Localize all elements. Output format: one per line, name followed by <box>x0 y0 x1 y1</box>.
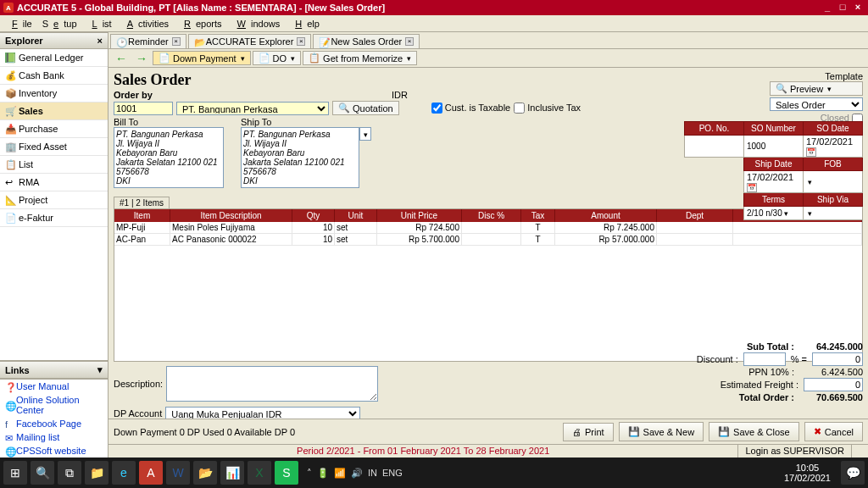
menu-windows[interactable]: Windows <box>227 17 286 30</box>
col-disc[interactable]: Disc % <box>462 209 521 222</box>
lang2[interactable]: ENG <box>382 468 403 478</box>
menu-file[interactable]: File <box>2 17 37 30</box>
menu-help[interactable]: Help <box>285 17 325 30</box>
col-tax[interactable]: Tax <box>521 209 555 222</box>
tab-explorer[interactable]: 📂ACCURATE Explorer× <box>188 34 312 48</box>
start-button[interactable]: ⊞ <box>3 461 27 485</box>
po-input[interactable] <box>685 136 744 158</box>
discount-input[interactable] <box>743 352 786 366</box>
template-select[interactable]: Sales Order <box>770 97 863 111</box>
shipto-box[interactable]: PT. Bangunan Perkasa Jl. Wijaya II Kebay… <box>241 127 359 188</box>
customer-name-select[interactable]: PT. Bangunan Perkasa <box>176 102 329 115</box>
nav-list[interactable]: 📋List <box>0 156 108 174</box>
close-button[interactable]: × <box>851 2 865 14</box>
tab-new-so[interactable]: 📝New Sales Order× <box>313 34 420 48</box>
minimize-button[interactable]: _ <box>821 2 834 14</box>
inclusive-check[interactable]: Inclusive Tax <box>514 103 581 114</box>
quotation-button[interactable]: 🔍Quotation <box>332 101 399 115</box>
calendar-icon[interactable]: 📅 <box>806 147 816 157</box>
edge-icon[interactable]: e <box>112 461 136 485</box>
link-mailing[interactable]: ✉Mailing list <box>0 430 108 444</box>
description-input[interactable] <box>166 366 378 402</box>
col-unit[interactable]: Unit <box>335 209 377 222</box>
nav-purchase[interactable]: 📥Purchase <box>0 120 108 138</box>
taskview-icon[interactable]: ⧉ <box>58 461 81 485</box>
folder-icon[interactable]: 📂 <box>193 461 217 485</box>
nav-inventory[interactable]: 📦Inventory <box>0 85 108 103</box>
word-icon[interactable]: W <box>166 461 190 485</box>
col-desc[interactable]: Item Description <box>170 209 292 222</box>
menu-activities[interactable]: Activities <box>117 17 174 30</box>
terms-select[interactable]: 2/10 n/30 <box>744 207 804 220</box>
accurate-icon[interactable]: A <box>139 461 163 485</box>
volume-icon[interactable]: 🔊 <box>351 468 363 479</box>
battery-icon[interactable]: 🔋 <box>317 468 329 479</box>
sodate-input[interactable]: 17/02/2021 📅 <box>804 136 863 158</box>
col-qty[interactable]: Qty <box>292 209 335 222</box>
customer-code-input[interactable] <box>114 102 173 115</box>
search-icon[interactable]: 🔍 <box>31 461 54 485</box>
nav-back-icon[interactable]: ← <box>112 52 131 65</box>
table-row[interactable]: MP-FujiMesin Poles Fujiyama10setRp 724.5… <box>114 222 862 234</box>
memorize-button[interactable]: 📋Get from Memorize <box>303 51 417 65</box>
nav-cash-bank[interactable]: 💰Cash Bank <box>0 67 108 85</box>
nav-fixed-asset[interactable]: 🏢Fixed Asset <box>0 138 108 156</box>
wifi-icon[interactable]: 📶 <box>334 468 346 479</box>
print-button[interactable]: 🖨Print <box>563 423 614 441</box>
system-tray[interactable]: ˄🔋📶🔊INENG <box>302 468 408 479</box>
shipdate-input[interactable]: 17/02/2021 📅 <box>744 171 804 193</box>
main-area: 🕑Reminder× 📂ACCURATE Explorer× 📝New Sale… <box>108 32 868 458</box>
link-cpssoft[interactable]: 🌐CPSSoft website <box>0 444 108 458</box>
nav-efaktur[interactable]: 📄e-Faktur <box>0 209 108 227</box>
tab-reminder[interactable]: 🕑Reminder× <box>110 34 186 48</box>
clock[interactable]: 10:0517/02/2021 <box>777 463 837 483</box>
sono-input[interactable]: 1000 <box>744 136 804 158</box>
shipvia-select[interactable] <box>804 207 863 220</box>
col-amount[interactable]: Amount <box>555 209 657 222</box>
notifications-icon[interactable]: 💬 <box>841 461 865 485</box>
tab-close-icon[interactable]: × <box>405 37 414 46</box>
links-collapse-icon[interactable]: ▾ <box>97 364 103 375</box>
shipto-dropdown-icon[interactable] <box>359 127 371 141</box>
tab-close-icon[interactable]: × <box>297 37 305 46</box>
taxable-check[interactable]: Cust. is Taxable <box>431 103 511 114</box>
explorer-close-icon[interactable]: × <box>97 36 103 46</box>
spotify-icon[interactable]: S <box>275 461 298 485</box>
calendar-icon[interactable]: 📅 <box>747 183 757 192</box>
fob-select[interactable] <box>804 171 863 193</box>
col-price[interactable]: Unit Price <box>377 209 462 222</box>
do-button[interactable]: 📄DO <box>253 51 302 65</box>
save-close-button[interactable]: 💾Save & Close <box>709 422 799 441</box>
excel-icon[interactable]: X <box>248 461 271 485</box>
lang1[interactable]: IN <box>368 468 377 478</box>
down-payment-button[interactable]: 📄Down Payment <box>153 51 251 65</box>
item-count-tab[interactable]: #1 | 2 Items <box>114 197 170 208</box>
shipto-label: Ship To <box>241 117 371 127</box>
tab-close-icon[interactable]: × <box>172 37 181 46</box>
sheets-icon[interactable]: 📊 <box>220 461 244 485</box>
menu-setup[interactable]: Setup <box>37 17 82 30</box>
cancel-button[interactable]: ✖Cancel <box>804 422 863 441</box>
nav-rma[interactable]: ↩RMA <box>0 174 108 191</box>
menu-list[interactable]: List <box>82 17 117 30</box>
table-row[interactable]: AC-PanAC Panasonic 00002210setRp 5.700.0… <box>114 234 862 246</box>
link-facebook[interactable]: fFacebook Page <box>0 417 108 430</box>
nav-sales[interactable]: 🛒Sales <box>0 103 108 120</box>
link-user-manual[interactable]: ❓User Manual <box>0 380 108 393</box>
menu-reports[interactable]: Reports <box>174 17 227 30</box>
chevron-up-icon[interactable]: ˄ <box>307 468 312 479</box>
nav-fwd-icon[interactable]: → <box>132 52 151 65</box>
billto-box[interactable]: PT. Bangunan Perkasa Jl. Wijaya II Kebay… <box>114 127 224 188</box>
discount-amt-input[interactable] <box>812 352 863 366</box>
save-new-button[interactable]: 💾Save & New <box>619 422 704 441</box>
col-item[interactable]: Item <box>114 209 170 222</box>
nav-project[interactable]: 📐Project <box>0 191 108 209</box>
nav-general-ledger[interactable]: 📗General Ledger <box>0 49 108 67</box>
link-solution-center[interactable]: 🌐Online Solution Center <box>0 393 108 417</box>
explorer-icon[interactable]: 📁 <box>85 461 108 485</box>
dpaccount-select[interactable]: Uang Muka Penjualan IDR <box>165 407 360 419</box>
freight-input[interactable] <box>804 378 863 391</box>
dp-icon: 📄 <box>159 53 170 64</box>
preview-button[interactable]: 🔍Preview <box>770 81 863 96</box>
maximize-button[interactable]: □ <box>836 2 849 14</box>
